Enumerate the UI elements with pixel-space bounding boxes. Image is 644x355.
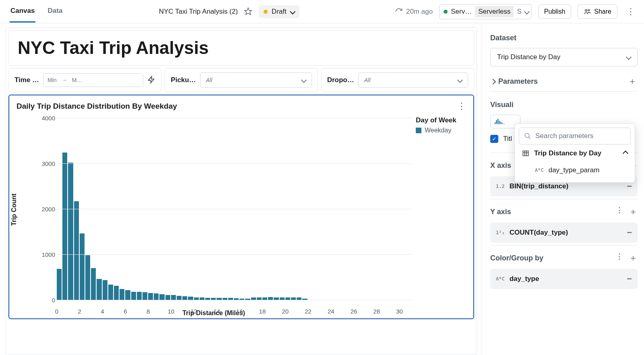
x-tick: 12 — [190, 308, 197, 315]
x-tick: 30 — [396, 308, 403, 315]
add-parameter-icon[interactable]: ＋ — [628, 75, 637, 87]
filter-time: Time … Min → M… — [8, 68, 161, 92]
param-group-label: Trip Distance by Day — [534, 149, 601, 157]
draft-status-pill[interactable]: Draft — [259, 5, 299, 18]
histogram-bar — [142, 292, 147, 300]
histogram-bar — [57, 269, 62, 300]
legend-item-label: Weekday — [425, 127, 451, 134]
chart-menu-icon[interactable]: ⋮ — [457, 101, 466, 111]
filter-row: Time … Min → M… Picku… All — [8, 68, 474, 92]
dataset-value: Trip Distance by Day — [497, 53, 560, 61]
doc-title[interactable]: NYC Taxi Trip Analysis (2) — [159, 8, 238, 16]
refresh-status[interactable]: 20m ago — [395, 8, 433, 16]
string-type-icon: AᴮC — [535, 167, 544, 173]
y-axis-field[interactable]: 1²₃ COUNT(day_type) − — [490, 223, 638, 243]
x-tick: 14 — [213, 308, 220, 315]
svg-rect-9 — [500, 122, 502, 124]
time-min-placeholder: Min — [47, 77, 57, 83]
string-type-icon: AᴮC — [496, 276, 505, 282]
color-field[interactable]: AᴮC day_type − — [490, 269, 638, 289]
legend-swatch-icon — [416, 128, 421, 133]
parameter-search-input[interactable]: Search parameters — [519, 128, 631, 144]
chevron-right-icon — [491, 77, 495, 86]
x-tick: 8 — [147, 308, 150, 315]
histogram-bar — [159, 294, 164, 300]
histogram-bar — [171, 295, 176, 300]
parameters-popover: Search parameters Trip Distance by Day A… — [514, 123, 635, 183]
tab-data[interactable]: Data — [47, 0, 63, 23]
histogram-bar — [62, 153, 67, 300]
svg-marker-3 — [149, 76, 154, 83]
filter-time-label: Time … — [14, 76, 39, 84]
color-menu-icon[interactable]: ⋮ — [616, 252, 623, 264]
remove-field-icon[interactable]: − — [627, 274, 632, 284]
histogram-bar — [268, 297, 273, 300]
histogram-bar — [68, 163, 73, 300]
legend-item[interactable]: Weekday — [416, 127, 456, 134]
param-group-row[interactable]: Trip Distance by Day — [519, 144, 631, 162]
x-tick: 10 — [168, 308, 175, 315]
svg-point-1 — [585, 9, 587, 11]
title-card[interactable]: NYC Taxi Trip Analysis — [8, 30, 474, 66]
histogram-bar — [148, 293, 153, 300]
histogram-bar — [165, 295, 170, 300]
chevron-down-icon — [525, 8, 529, 16]
x-tick: 22 — [305, 308, 312, 315]
title-toggle-label: Titl — [503, 135, 512, 143]
compute-status: Serv… — [451, 8, 472, 16]
star-icon[interactable] — [243, 6, 254, 17]
table-icon — [522, 150, 529, 157]
x-tick: 6 — [124, 308, 127, 315]
histogram-bar — [137, 292, 142, 300]
histogram-bar — [91, 268, 96, 300]
x-axis-heading: X axis — [490, 161, 511, 170]
chart-card[interactable]: Daily Trip Distance Distribution By Week… — [8, 95, 474, 319]
arrow-right-icon: → — [62, 77, 67, 83]
page-title: NYC Taxi Trip Analysis — [18, 38, 465, 58]
parameters-label: Parameters — [498, 77, 538, 86]
color-add-icon[interactable]: ＋ — [629, 252, 638, 264]
pickup-value: All — [206, 77, 213, 83]
y-axis-label: Trip Count — [10, 194, 18, 226]
svg-rect-7 — [497, 119, 499, 124]
chart-legend: Day of Week Weekday — [411, 113, 456, 306]
pickup-select[interactable]: All — [200, 72, 312, 88]
x-tick: 24 — [328, 308, 334, 315]
histogram-icon — [494, 118, 505, 126]
overflow-menu-icon[interactable]: ⋮ — [624, 6, 638, 17]
remove-field-icon[interactable]: − — [627, 227, 632, 238]
svg-marker-0 — [245, 8, 252, 15]
chevron-down-icon — [458, 77, 462, 83]
svg-point-11 — [525, 133, 529, 138]
param-item[interactable]: AᴮC day_type_param — [519, 162, 631, 178]
bolt-icon[interactable] — [147, 76, 155, 85]
dropoff-select[interactable]: All — [358, 72, 468, 88]
chevron-up-icon — [623, 149, 627, 157]
x-tick: 28 — [373, 308, 380, 315]
svg-line-12 — [528, 137, 530, 139]
refresh-label: 20m ago — [406, 8, 433, 16]
color-heading: Color/Group by — [490, 254, 543, 262]
x-tick: 4 — [101, 308, 104, 315]
histogram-bar — [177, 296, 182, 300]
tab-canvas[interactable]: Canvas — [10, 0, 35, 23]
filter-dropoff-label: Dropo… — [327, 76, 354, 84]
mode-tabs: Canvas Data — [10, 0, 63, 23]
dataset-select[interactable]: Trip Distance by Day — [490, 48, 638, 66]
compute-selector[interactable]: Serv… Serverless S — [439, 4, 532, 19]
svg-rect-8 — [499, 121, 500, 124]
histogram-plot: Trip Count Trip Distance (Miles) 0100020… — [17, 113, 411, 306]
time-range-input[interactable]: Min → M… — [43, 73, 143, 87]
parameters-section[interactable]: Parameters ＋ — [490, 66, 638, 92]
doc-title-group: NYC Taxi Trip Analysis (2) Draft — [159, 5, 299, 18]
share-button[interactable]: Share — [578, 4, 617, 19]
publish-button[interactable]: Publish — [538, 4, 571, 19]
x-tick: 26 — [351, 308, 357, 315]
y-tick: 0 — [52, 297, 55, 303]
histogram-bar — [97, 279, 101, 300]
title-checkbox[interactable]: ✓ — [490, 135, 498, 143]
x-axis-field-label: BIN(trip_distance) — [510, 182, 568, 190]
color-section: Color/Group by ⋮ ＋ AᴮC day_type − — [490, 245, 638, 289]
y-axis-add-icon[interactable]: ＋ — [629, 206, 638, 218]
y-axis-menu-icon[interactable]: ⋮ — [616, 206, 623, 218]
